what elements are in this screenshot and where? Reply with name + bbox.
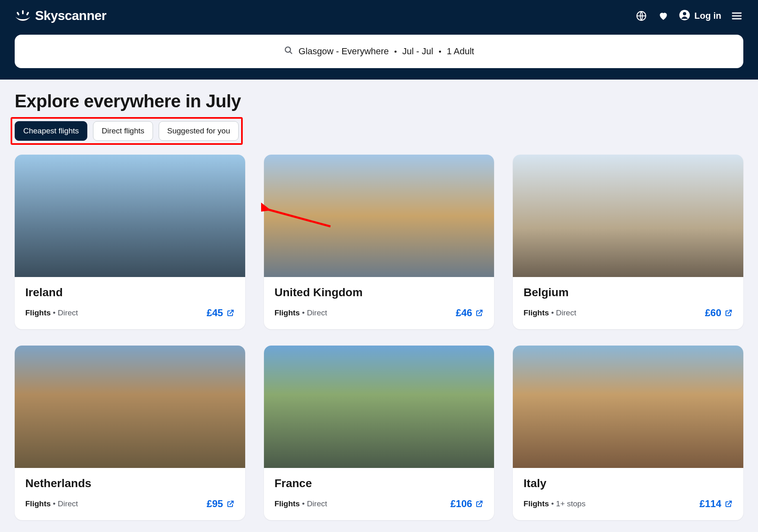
card-bottom-row: Flights • Direct£95	[25, 498, 235, 510]
flight-meta: Flights • Direct	[523, 308, 576, 317]
price-value: £45	[207, 307, 223, 319]
external-link-icon	[475, 309, 483, 317]
destination-grid: IrelandFlights • Direct£45United Kingdom…	[15, 155, 743, 520]
price-link[interactable]: £106	[450, 498, 483, 510]
external-link-icon	[725, 500, 733, 508]
card-bottom-row: Flights • Direct£46	[275, 307, 484, 319]
flight-meta: Flights • Direct	[275, 499, 327, 508]
search-icon	[284, 46, 293, 57]
svg-rect-2	[26, 11, 29, 16]
destination-image	[15, 346, 245, 468]
filter-chip-direct-flights[interactable]: Direct flights	[93, 121, 153, 141]
destination-name: Ireland	[25, 286, 235, 299]
login-label: Log in	[694, 11, 721, 21]
external-link-icon	[725, 309, 733, 317]
flight-meta: Flights • 1+ stops	[523, 499, 585, 508]
card-body: FranceFlights • Direct£106	[264, 468, 494, 520]
menu-icon[interactable]	[730, 9, 743, 22]
card-bottom-row: Flights • Direct£45	[25, 307, 235, 319]
brand-logo[interactable]: Skyscanner	[15, 8, 106, 23]
separator-dot	[395, 51, 397, 53]
login-button[interactable]: Log in	[679, 9, 721, 22]
price-value: £95	[207, 498, 223, 510]
external-link-icon	[475, 500, 483, 508]
destination-name: Belgium	[523, 286, 733, 299]
heart-icon[interactable]	[657, 9, 670, 22]
external-link-icon	[226, 309, 235, 317]
account-icon	[679, 9, 690, 22]
price-link[interactable]: £95	[207, 498, 235, 510]
price-value: £60	[705, 307, 721, 319]
search-summary-bar[interactable]: Glasgow - Everywhere Jul - Jul 1 Adult	[15, 35, 743, 68]
card-body: ItalyFlights • 1+ stops£114	[513, 468, 743, 520]
brand-name: Skyscanner	[35, 8, 106, 23]
search-dates: Jul - Jul	[402, 46, 433, 57]
destination-image	[513, 155, 743, 277]
card-body: United KingdomFlights • Direct£46	[264, 277, 494, 329]
card-body: IrelandFlights • Direct£45	[15, 277, 245, 329]
site-header: Skyscanner	[0, 0, 758, 80]
flight-meta: Flights • Direct	[25, 499, 78, 508]
external-link-icon	[226, 500, 235, 508]
card-body: NetherlandsFlights • Direct£95	[15, 468, 245, 520]
svg-rect-1	[16, 11, 20, 16]
price-value: £106	[450, 498, 472, 510]
destination-name: Netherlands	[25, 477, 235, 490]
price-link[interactable]: £45	[207, 307, 235, 319]
svg-rect-0	[22, 10, 24, 14]
destination-card-netherlands[interactable]: NetherlandsFlights • Direct£95	[15, 346, 245, 520]
destination-name: United Kingdom	[275, 286, 484, 299]
price-link[interactable]: £46	[456, 307, 483, 319]
separator-dot	[439, 51, 441, 53]
main-content: Explore everywhere in July Cheapest flig…	[0, 80, 758, 532]
filter-chip-suggested-for-you[interactable]: Suggested for you	[159, 121, 239, 141]
price-value: £46	[456, 307, 472, 319]
price-link[interactable]: £60	[705, 307, 733, 319]
search-route: Glasgow - Everywhere	[299, 46, 389, 57]
destination-image	[513, 346, 743, 468]
destination-card-italy[interactable]: ItalyFlights • 1+ stops£114	[513, 346, 743, 520]
card-bottom-row: Flights • Direct£106	[275, 498, 484, 510]
price-link[interactable]: £114	[700, 498, 733, 510]
region-icon[interactable]	[635, 9, 648, 22]
destination-image	[264, 155, 494, 277]
destination-card-belgium[interactable]: BelgiumFlights • Direct£60	[513, 155, 743, 329]
header-actions: Log in	[635, 9, 743, 22]
destination-card-france[interactable]: FranceFlights • Direct£106	[264, 346, 494, 520]
card-bottom-row: Flights • 1+ stops£114	[523, 498, 733, 510]
filter-chip-cheapest-flights[interactable]: Cheapest flights	[15, 121, 87, 141]
card-body: BelgiumFlights • Direct£60	[513, 277, 743, 329]
destination-card-ireland[interactable]: IrelandFlights • Direct£45	[15, 155, 245, 329]
logo-sun-icon	[15, 9, 31, 22]
page-title: Explore everywhere in July	[15, 91, 743, 111]
filter-tabs: Cheapest flightsDirect flightsSuggested …	[15, 121, 239, 141]
search-travellers: 1 Adult	[447, 46, 474, 57]
destination-name: Italy	[523, 477, 733, 490]
header-top-row: Skyscanner	[15, 8, 743, 23]
flight-meta: Flights • Direct	[275, 308, 327, 317]
destination-image	[15, 155, 245, 277]
destination-name: France	[275, 477, 484, 490]
svg-point-5	[683, 12, 686, 15]
card-bottom-row: Flights • Direct£60	[523, 307, 733, 319]
flight-meta: Flights • Direct	[25, 308, 78, 317]
destination-card-united-kingdom[interactable]: United KingdomFlights • Direct£46	[264, 155, 494, 329]
price-value: £114	[700, 498, 721, 510]
destination-image	[264, 346, 494, 468]
svg-line-10	[290, 52, 292, 54]
